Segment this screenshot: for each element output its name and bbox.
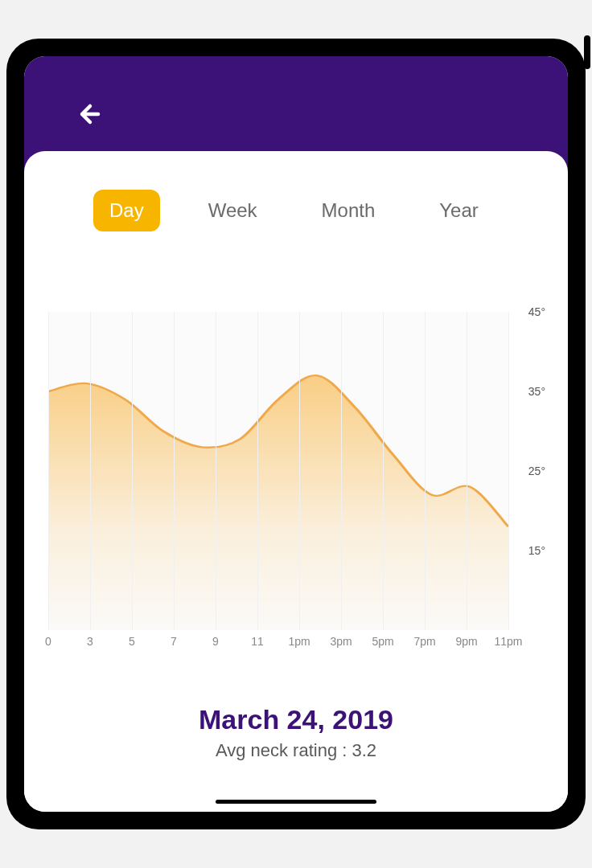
time-range-tabs: Day Week Month Year (47, 190, 545, 231)
x-axis-tick: 3 (87, 635, 93, 648)
x-axis-tick: 9 (212, 635, 219, 648)
home-indicator[interactable] (216, 800, 376, 804)
app-screen: Day Week Month Year (24, 56, 568, 812)
avg-rating-label: Avg neck rating : 3.2 (47, 740, 545, 761)
y-axis-labels: 45°35°25°15° (513, 312, 545, 630)
chart-container: 45°35°25°15° 03579111pm3pm5pm7pm9pm11pm (47, 312, 545, 649)
x-axis-tick: 11 (251, 635, 264, 648)
x-axis-tick: 9pm (455, 635, 477, 648)
y-axis-tick: 25° (528, 465, 545, 477)
x-axis-tick: 3pm (330, 635, 352, 648)
tab-day[interactable]: Day (93, 190, 160, 231)
selected-date-title: March 24, 2019 (47, 704, 545, 735)
x-axis-tick: 0 (45, 635, 51, 648)
area-chart-svg (48, 312, 508, 630)
x-axis-tick: 7 (171, 635, 177, 648)
x-axis-tick: 11pm (494, 635, 522, 648)
device-power-button (584, 35, 590, 69)
y-axis-tick: 45° (528, 305, 545, 318)
tablet-frame: Day Week Month Year (6, 39, 586, 829)
x-axis-tick: 7pm (413, 635, 435, 648)
y-axis-tick: 15° (528, 544, 545, 557)
content-card: Day Week Month Year (24, 151, 568, 812)
x-axis-tick: 5pm (372, 635, 393, 648)
chart-plot-area (48, 312, 508, 630)
y-axis-tick: 35° (528, 385, 545, 398)
arrow-left-icon (76, 98, 108, 130)
x-axis-tick: 5 (129, 635, 135, 648)
tab-year[interactable]: Year (423, 190, 495, 231)
x-axis-tick: 1pm (288, 635, 310, 648)
tab-month[interactable]: Month (306, 190, 392, 231)
x-axis-labels: 03579111pm3pm5pm7pm9pm11pm (48, 635, 508, 649)
back-button[interactable] (74, 96, 109, 132)
tab-week[interactable]: Week (192, 190, 273, 231)
